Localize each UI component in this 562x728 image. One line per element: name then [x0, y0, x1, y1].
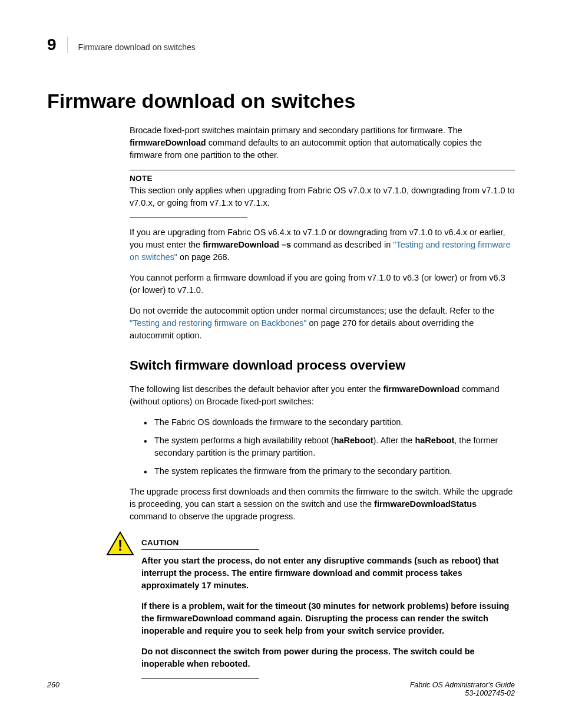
list-item: The Fabric OS downloads the firmware to … — [144, 416, 515, 429]
text-fragment: command to observe the upgrade progress. — [130, 512, 295, 521]
text-fragment: Do not override the autocommit option un… — [130, 306, 494, 315]
caution-rule-top — [141, 549, 259, 550]
page-number: 260 — [47, 681, 59, 697]
note-rule-top — [130, 170, 515, 170]
command-name: haReboot — [334, 436, 373, 445]
header-divider — [67, 37, 68, 53]
body-content: Brocade fixed-port switches maintain pri… — [130, 124, 515, 523]
command-name: haReboot — [415, 436, 454, 445]
note-text: This section only applies when upgrading… — [130, 185, 515, 209]
paragraph: The upgrade process first downloads and … — [130, 486, 515, 523]
page-title: Firmware download on switches — [47, 90, 515, 113]
document-title: Fabric OS Administrator's Guide — [410, 681, 515, 689]
caution-label: CAUTION — [141, 537, 515, 549]
document-id: 53-1002745-02 — [410, 689, 515, 697]
cross-reference-link[interactable]: "Testing and restoring firmware on Backb… — [130, 318, 306, 328]
caution-block: ! CAUTION After you start the process, d… — [106, 531, 515, 684]
intro-paragraph: Brocade fixed-port switches maintain pri… — [130, 124, 515, 162]
text-fragment: on page 268. — [177, 252, 230, 262]
paragraph: You cannot perform a firmware download i… — [130, 272, 515, 297]
text-fragment: Brocade fixed-port switches maintain pri… — [130, 126, 462, 135]
list-item: The system replicates the firmware from … — [144, 465, 515, 477]
caution-rule-bottom — [141, 678, 259, 679]
note-label: NOTE — [130, 173, 515, 185]
command-name: firmwareDownload –s — [203, 240, 291, 249]
caution-icon: ! — [106, 531, 134, 558]
bullet-list: The Fabric OS downloads the firmware to … — [130, 416, 515, 477]
command-name: firmwareDownload — [130, 138, 206, 147]
caution-paragraph: After you start the process, do not ente… — [141, 555, 515, 592]
svg-text:!: ! — [118, 536, 123, 554]
paragraph: If you are upgrading from Fabric OS v6.4… — [130, 226, 515, 263]
caution-body: CAUTION After you start the process, do … — [141, 531, 515, 684]
note-rule-bottom — [130, 218, 247, 218]
running-header: 9 Firmware download on switches — [47, 35, 515, 54]
command-name: firmwareDownload — [383, 384, 459, 394]
paragraph: Do not override the autocommit option un… — [130, 305, 515, 342]
text-fragment: The following list describes the default… — [130, 384, 383, 394]
command-name: firmwareDownloadStatus — [374, 499, 477, 509]
running-title: Firmware download on switches — [78, 42, 196, 52]
footer-right: Fabric OS Administrator's Guide 53-10027… — [410, 681, 515, 697]
document-page: 9 Firmware download on switches Firmware… — [0, 0, 562, 728]
caution-paragraph: If there is a problem, wait for the time… — [141, 600, 515, 637]
section-heading: Switch firmware download process overvie… — [130, 356, 515, 375]
caution-paragraph: Do not disconnect the switch from power … — [141, 645, 515, 670]
text-fragment: The system performs a high availability … — [154, 436, 334, 445]
text-fragment: ). After the — [373, 436, 415, 445]
page-footer: 260 Fabric OS Administrator's Guide 53-1… — [47, 681, 515, 697]
chapter-number: 9 — [47, 35, 57, 54]
list-item: The system performs a high availability … — [144, 434, 515, 459]
text-fragment: command as described in — [291, 240, 393, 249]
paragraph: The following list describes the default… — [130, 383, 515, 408]
